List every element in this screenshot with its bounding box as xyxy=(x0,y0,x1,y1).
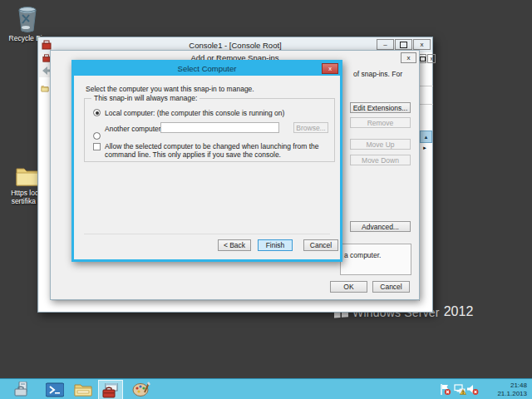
close-icon: x xyxy=(328,65,332,72)
divider xyxy=(84,234,330,234)
finish-button[interactable]: Finish xyxy=(258,239,293,251)
remove-label: Remove xyxy=(367,119,394,127)
clock-time: 21:48 xyxy=(497,382,527,390)
snapins-ok-button[interactable]: OK xyxy=(330,281,367,293)
allow-change-label: Allow the selected computer to be change… xyxy=(105,142,331,159)
local-computer-radio[interactable] xyxy=(93,109,101,116)
divider xyxy=(420,104,433,105)
move-down-button[interactable]: Move Down xyxy=(350,155,411,165)
file-explorer-icon xyxy=(74,382,92,397)
minimize-button[interactable]: – xyxy=(377,39,394,50)
move-up-button[interactable]: Move Up xyxy=(350,139,411,150)
mmc-console-icon xyxy=(102,383,120,398)
edit-extensions-button[interactable]: Edit Extensions... xyxy=(350,102,411,113)
divider xyxy=(420,86,433,86)
paint-icon xyxy=(132,382,150,397)
snapins-description-box: a computer. xyxy=(340,244,411,275)
window-title: Console1 - [Console Root] xyxy=(38,41,432,50)
manage-groupbox: This snap-in will always manage: Local c… xyxy=(84,98,335,162)
taskbar: 21:48 21.1.2013 xyxy=(0,378,532,399)
server-manager-icon xyxy=(14,382,32,397)
another-computer-input[interactable] xyxy=(160,122,279,133)
close-button[interactable]: x xyxy=(413,39,431,50)
finish-label: Finish xyxy=(266,241,285,249)
console-root-folder-icon[interactable] xyxy=(41,85,49,92)
scroll-up-icon: ▲ xyxy=(424,135,429,140)
another-computer-radio[interactable] xyxy=(93,132,101,140)
move-down-label: Move Down xyxy=(362,156,399,165)
child-close-button[interactable]: x xyxy=(427,54,436,63)
mmc-right-strip: ▲ ► xyxy=(419,52,432,301)
cancel-button[interactable]: Cancel xyxy=(303,239,338,251)
snapins-cancel-button[interactable]: Cancel xyxy=(372,281,410,293)
snapins-intro-fragment: of snap-ins. For xyxy=(353,70,402,78)
local-computer-label: Local computer: (the computer this conso… xyxy=(105,109,284,117)
remove-button[interactable]: Remove xyxy=(350,117,411,128)
select-computer-close-button[interactable]: x xyxy=(322,63,338,74)
actions-expand-arrow[interactable]: ► xyxy=(422,145,427,150)
browse-label: Browse... xyxy=(296,124,325,132)
maximize-button[interactable] xyxy=(395,39,412,50)
clock-date: 21.1.2013 xyxy=(497,390,527,398)
browse-button[interactable]: Browse... xyxy=(293,122,328,133)
scroll-up-button[interactable]: ▲ xyxy=(420,131,432,143)
edit-extensions-label: Edit Extensions... xyxy=(353,104,408,112)
advanced-label: Advanced... xyxy=(362,223,399,231)
volume-muted-icon[interactable] xyxy=(466,383,479,396)
select-computer-title: Select Computer xyxy=(74,62,340,76)
taskbar-powershell[interactable] xyxy=(43,380,66,399)
select-computer-dialog: Select Computer x Select the computer yo… xyxy=(71,60,342,262)
select-computer-titlebar[interactable]: Select Computer x xyxy=(74,62,340,76)
restore-icon xyxy=(420,57,426,62)
select-computer-body: Select the computer you want this snap-i… xyxy=(74,76,340,259)
snapins-close-button[interactable]: x xyxy=(401,52,416,63)
taskbar-file-explorer[interactable] xyxy=(71,380,95,399)
desktop: Recycle Bin Https local sertifika ... Wi… xyxy=(0,0,532,399)
move-up-label: Move Up xyxy=(366,140,394,149)
action-center-flag-icon[interactable] xyxy=(439,383,451,396)
expand-icon: ► xyxy=(422,145,427,150)
recycle-bin-icon xyxy=(15,5,40,33)
back-button[interactable]: < Back xyxy=(218,239,251,251)
another-computer-label: Another computer: xyxy=(105,125,163,133)
powershell-icon xyxy=(46,382,64,397)
close-icon: x xyxy=(421,41,424,48)
description-fragment: a computer. xyxy=(344,251,381,259)
taskbar-mmc-console[interactable] xyxy=(98,380,123,399)
allow-change-checkbox[interactable] xyxy=(93,143,101,150)
cancel-label: Cancel xyxy=(380,283,401,291)
close-icon: x xyxy=(407,54,411,62)
taskbar-server-manager[interactable] xyxy=(12,380,35,399)
taskbar-clock[interactable]: 21:48 21.1.2013 xyxy=(497,382,527,398)
taskbar-paint[interactable] xyxy=(130,380,153,399)
maximize-icon xyxy=(400,42,407,48)
advanced-button[interactable]: Advanced... xyxy=(350,221,411,232)
cancel-label: Cancel xyxy=(310,241,332,249)
minimize-icon: – xyxy=(383,41,387,48)
select-computer-intro: Select the computer you want this snap-i… xyxy=(86,85,254,93)
back-label: < Back xyxy=(224,241,245,249)
ok-label: OK xyxy=(343,283,353,291)
groupbox-label: This snap-in will always manage: xyxy=(91,94,200,102)
close-icon: x xyxy=(430,56,432,62)
watermark-year: 2012 xyxy=(444,304,474,319)
mmc-bottom-strip xyxy=(39,301,432,312)
network-warning-icon[interactable] xyxy=(454,383,466,396)
